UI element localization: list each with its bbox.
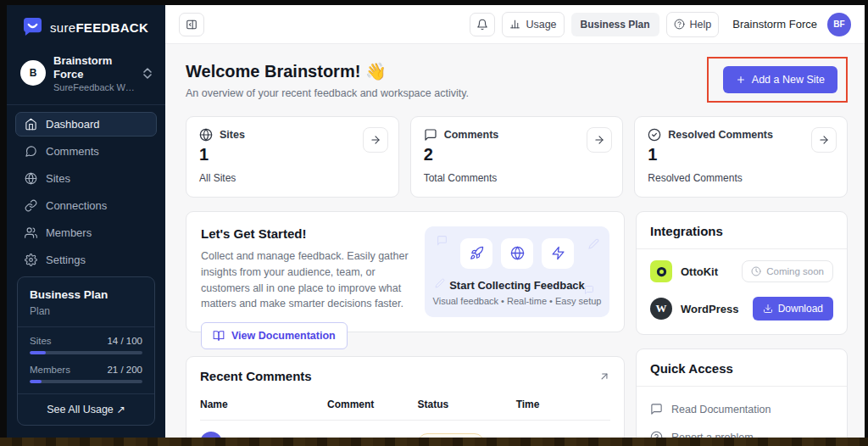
stat-card-comments: Comments 2 Total Comments [410,116,624,198]
deco-chat-icon [437,235,448,246]
page-subtitle: An overview of your recent feedback and … [186,87,469,99]
quick-access-title: Quick Access [650,361,733,376]
rocket-icon [460,238,492,269]
quick-access-card: Quick Access Read Documentation Report a… [636,348,848,438]
download-wordpress-button[interactable]: Download [753,297,833,321]
desktop-background-strip [0,438,868,446]
notifications-button[interactable] [470,13,495,36]
check-circle-icon [648,128,661,142]
report-problem-link[interactable]: Report a problem [637,423,847,438]
plan-badge[interactable]: Business Plan [571,13,659,36]
link-icon [25,199,37,212]
collapse-sidebar-button[interactable] [179,13,204,36]
wordpress-icon: W [650,298,672,320]
home-icon [25,118,37,131]
usage-members: Members21 / 200 [30,365,142,375]
globe-icon [501,238,533,269]
read-documentation-link[interactable]: Read Documentation [637,395,847,423]
page-title: Welcome Brainstorm! 👋 [186,61,469,81]
users-icon [25,226,37,239]
stats-row: Sites 1 All Sites Comments [186,116,848,198]
chevron-up-down-icon [143,68,152,79]
table-header-row: Name Comment Status Time [200,393,610,421]
members-progress-bar [30,380,142,383]
panel-collapse-icon [186,19,198,31]
comment-author-avatar: BF [200,432,222,438]
integration-ottokit: OttoKit Coming soon [637,249,847,293]
plan-subtitle: Plan [30,305,142,317]
sites-progress-bar [30,351,142,354]
clock-icon [751,266,761,276]
deco-pencil-icon [588,238,599,249]
stat-card-resolved: Resolved Comments 1 Resolved Comments [634,116,848,198]
workspace-name: Brainstorm Force [53,54,136,82]
help-button[interactable]: Help [666,12,720,37]
get-started-title: Let's Get Started! [201,226,413,241]
brand-wordmark: sureFEEDBACK [50,20,148,35]
feedback-illustration: Start Collecting Feedback Visual feedbac… [425,226,609,317]
table-row[interactable]: BF Brainstorm Force change the image In … [200,421,610,438]
app-window: sureFEEDBACK B Brainstorm Force SureFeed… [7,5,865,438]
see-all-usage-link[interactable]: See All Usage ↗ [18,393,154,425]
surefeedback-logo-icon [22,18,43,36]
usage-button[interactable]: Usage [502,12,564,37]
recent-comments-title: Recent Comments [200,369,312,383]
open-external-icon[interactable] [598,371,610,382]
topbar: Usage Business Plan Help Brainstorm Forc… [165,5,865,44]
sidebar-item-sites[interactable]: Sites [15,166,157,191]
stat-card-sites: Sites 1 All Sites [186,116,399,198]
go-to-sites-button[interactable] [363,127,388,153]
brand-logo: sureFEEDBACK [7,5,165,47]
workspace-switcher[interactable]: B Brainstorm Force SureFeedback Websi... [7,47,165,104]
deco-pencil-icon [435,278,445,288]
recent-comments-card: Recent Comments Name Comment Status Time [186,356,625,438]
account-name: Brainstorm Force [732,18,817,31]
arrow-right-icon [818,134,830,146]
comment-icon [424,128,437,142]
chat-square-icon [650,403,663,415]
integration-wordpress: W WordPress Download [637,293,847,334]
sidebar-item-members[interactable]: Members [15,220,157,245]
go-to-resolved-button[interactable] [811,127,837,153]
usage-sites: Sites14 / 100 [30,336,142,346]
chat-bubble-icon [25,145,37,158]
sidebar-item-comments[interactable]: Comments [15,139,157,164]
sidebar-divider [7,104,165,105]
sidebar-nav: Dashboard Comments Sites Connections Mem… [7,112,165,275]
illustration-subtitle: Visual feedback • Real-time • Easy setup [433,296,602,306]
coming-soon-badge: Coming soon [742,260,833,282]
integrations-title: Integrations [650,224,723,238]
illustration-title: Start Collecting Feedback [449,279,585,292]
question-circle-icon [650,431,663,438]
annotation-highlight-box: Add a New Site [707,57,848,103]
question-circle-icon [674,19,685,30]
gear-icon [25,254,37,266]
sidebar-item-dashboard[interactable]: Dashboard [15,112,157,137]
book-icon [213,330,225,342]
sidebar: sureFEEDBACK B Brainstorm Force SureFeed… [7,5,165,438]
plan-usage-card: Business Plan Plan Sites14 / 100 Members… [17,276,155,426]
globe-icon [25,172,37,185]
wave-emoji: 👋 [365,62,387,81]
plan-title: Business Plan [30,288,142,301]
view-documentation-button[interactable]: View Documentation [201,322,348,349]
sidebar-item-settings[interactable]: Settings [15,248,157,272]
account-avatar[interactable]: BF [827,13,851,36]
dashboard-content: Welcome Brainstorm! 👋 An overview of you… [165,44,865,438]
add-new-site-button[interactable]: Add a New Site [723,66,837,93]
get-started-body: Collect and manage feedback. Easily gath… [201,248,413,312]
go-to-comments-button[interactable] [587,127,612,153]
globe-icon [199,128,213,142]
get-started-card: Let's Get Started! Collect and manage fe… [186,211,625,332]
sidebar-item-connections[interactable]: Connections [15,193,157,218]
workspace-subtitle: SureFeedback Websi... [53,82,136,92]
resolved-count: 1 [648,145,834,164]
arrow-right-icon [593,134,605,146]
arrow-right-icon [370,134,381,146]
deco-chat-icon [584,285,594,295]
comments-count: 2 [424,145,610,164]
workspace-avatar: B [20,60,46,86]
download-icon [763,304,773,314]
sites-count: 1 [199,145,386,164]
bar-chart-icon [509,19,520,30]
